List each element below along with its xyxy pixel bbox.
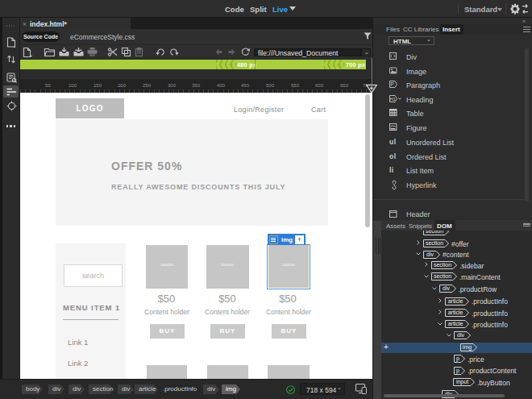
- svg-text:div: div: [443, 285, 450, 291]
- svg-text:article: article: [448, 322, 463, 327]
- svg-text:input: input: [456, 379, 468, 385]
- svg-text:article: article: [448, 310, 463, 315]
- svg-text:section: section: [426, 231, 443, 234]
- svg-text:p: p: [456, 368, 459, 374]
- svg-text:section: section: [426, 240, 443, 246]
- svg-text:img: img: [463, 344, 472, 351]
- svg-text:P: P: [391, 81, 394, 87]
- svg-text:div: div: [426, 251, 434, 257]
- svg-text:H1: H1: [389, 97, 395, 102]
- svg-text:article: article: [448, 298, 463, 304]
- svg-text:div: div: [457, 333, 464, 339]
- svg-text:p: p: [456, 356, 459, 363]
- svg-text:section: section: [434, 263, 451, 268]
- svg-text:section: section: [434, 274, 451, 280]
